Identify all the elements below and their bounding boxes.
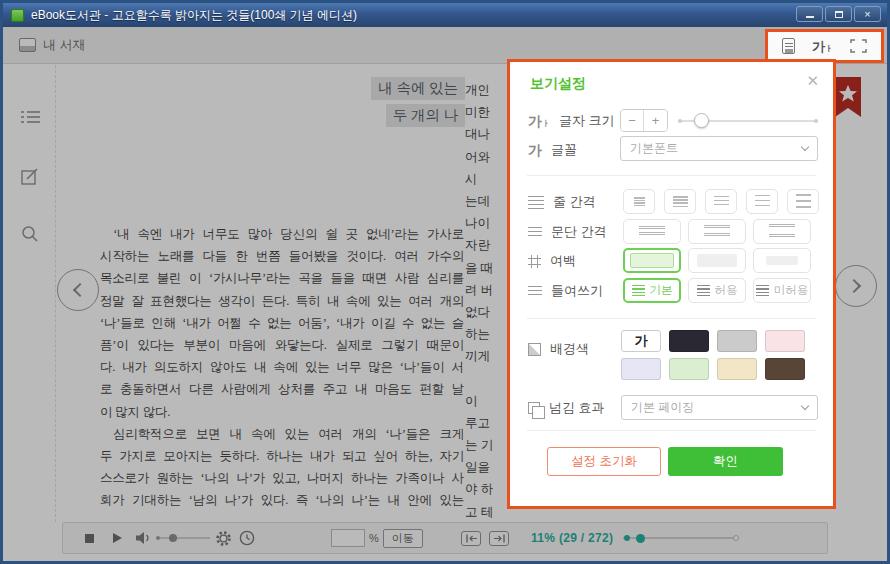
maximize-button[interactable] (825, 6, 852, 22)
page-effect-value: 기본 페이징 (631, 399, 694, 416)
indent-icon (528, 286, 542, 296)
paragraph-spacing-option-1[interactable] (623, 219, 681, 244)
panel-close-icon[interactable]: ✕ (806, 72, 819, 90)
chevron-down-icon (801, 402, 809, 410)
bg-swatch-dark[interactable] (669, 330, 709, 352)
line-spacing-icon (528, 196, 544, 209)
bg-swatch-gray[interactable] (717, 330, 757, 352)
indent-option-disallow[interactable]: 미허용 (753, 278, 811, 303)
line-spacing-option-1[interactable] (623, 189, 655, 214)
font-size-increase-button[interactable]: + (644, 110, 667, 131)
font-size-label: 글자 크기 (559, 112, 615, 130)
bg-swatch-white[interactable]: 가 (621, 330, 661, 352)
paragraph-spacing-option-2[interactable] (688, 219, 746, 244)
line-spacing-option-2[interactable] (664, 189, 696, 214)
font-size-decrease-button[interactable]: − (621, 110, 644, 131)
bg-swatch-pink[interactable] (765, 330, 805, 352)
view-settings-panel: 보기설정 ✕ 가ㅏ 글자 크기 − + 가 글꼴 기본폰트 (507, 59, 836, 509)
maximize-icon (835, 11, 843, 18)
indent-label: 들여쓰기 (551, 282, 603, 300)
font-family-value: 기본폰트 (630, 140, 678, 157)
app-window: eBook도서관 - 고요할수록 밝아지는 것들(100쇄 기념 에디션) × … (0, 0, 890, 564)
chevron-down-icon (801, 143, 809, 151)
divider (527, 430, 816, 431)
font-family-icon: 가 (528, 143, 542, 157)
margin-label: 여백 (550, 252, 576, 270)
confirm-button[interactable]: 확인 (668, 447, 783, 476)
indent-option-allow[interactable]: 허용 (688, 278, 746, 303)
line-spacing-option-4[interactable] (746, 189, 778, 214)
margin-option-1[interactable] (623, 248, 681, 273)
line-spacing-label: 줄 간격 (553, 193, 596, 211)
bg-swatch-lavender[interactable] (621, 358, 661, 380)
paragraph-spacing-label: 문단 간격 (551, 223, 607, 241)
indent-lines-icon (756, 285, 769, 296)
font-size-slider[interactable] (678, 120, 818, 122)
margin-option-3[interactable] (753, 248, 811, 273)
paragraph-spacing-option-3[interactable] (753, 219, 811, 244)
annotation-highlight-toolbar: 가ㅏ (765, 29, 884, 63)
font-settings-icon[interactable]: 가ㅏ (812, 40, 833, 53)
font-size-stepper: − + (620, 109, 668, 132)
bg-swatch-beige[interactable] (717, 358, 757, 380)
font-family-select[interactable]: 기본폰트 (620, 136, 818, 161)
indent-lines-icon (697, 285, 710, 296)
fullscreen-icon[interactable] (850, 39, 867, 53)
minimize-button[interactable] (796, 6, 823, 22)
app-body: 내 서재 내 속에 있는 두 개의 나 ‘내 속엔 내 (3, 27, 887, 561)
divider (527, 175, 816, 176)
page-effect-label: 넘김 효과 (549, 399, 605, 417)
background-color-icon (528, 343, 541, 356)
page-effect-icon (528, 402, 540, 414)
line-spacing-option-3[interactable] (705, 189, 737, 214)
line-spacing-option-5[interactable] (787, 189, 819, 214)
divider (527, 318, 816, 319)
close-icon: × (864, 9, 870, 20)
reset-settings-button[interactable]: 설정 초기화 (547, 447, 661, 476)
app-logo-icon (11, 9, 24, 22)
paragraph-spacing-icon (528, 227, 542, 237)
panel-title: 보기설정 (530, 75, 586, 93)
indent-option-default[interactable]: 기본 (623, 278, 681, 303)
page-effect-select[interactable]: 기본 페이징 (621, 395, 818, 420)
margin-option-2[interactable] (688, 248, 746, 273)
font-size-slider-knob[interactable] (694, 113, 709, 128)
view-settings-icon[interactable] (782, 38, 795, 54)
title-bar: eBook도서관 - 고요할수록 밝아지는 것들(100쇄 기념 에디션) × (3, 3, 887, 27)
window-title: eBook도서관 - 고요할수록 밝아지는 것들(100쇄 기념 에디션) (31, 7, 357, 24)
indent-lines-icon (632, 285, 645, 296)
margin-icon (528, 255, 541, 268)
font-family-label: 글꼴 (551, 141, 577, 159)
font-size-icon: 가ㅏ (528, 114, 550, 128)
bg-swatch-green[interactable] (669, 358, 709, 380)
minimize-icon (806, 16, 814, 18)
bg-swatch-brown[interactable] (765, 358, 805, 380)
close-button[interactable]: × (854, 6, 881, 22)
background-color-label: 배경색 (550, 340, 589, 358)
